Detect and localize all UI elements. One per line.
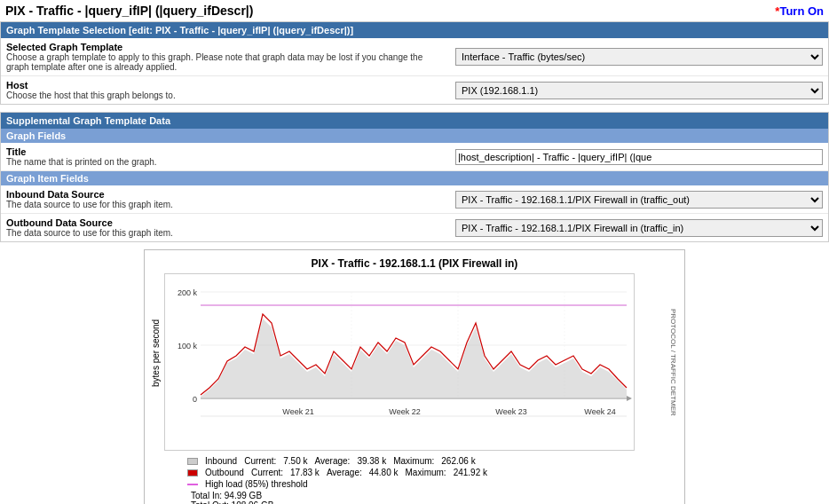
outbound-ds-select[interactable]: PIX - Traffic - 192.168.1.1/PIX Firewall…	[455, 219, 823, 237]
totals: Total In: 94.99 GB Total Out: 108.06 GB	[152, 491, 677, 504]
svg-marker-8	[627, 396, 632, 401]
inbound-maximum-value: 262.06 k	[441, 456, 475, 466]
outbound-ds-desc: The data source to use for this graph it…	[6, 228, 446, 238]
host-desc: Choose the host that this graph belongs …	[6, 91, 446, 100]
selected-graph-template-control[interactable]: Interface - Traffic (bytes/sec)	[455, 48, 823, 66]
inbound-legend-label: Inbound	[205, 456, 237, 466]
graph-svg: 200 k 100 k 0 Week 21 Week 22 Week 23 We…	[164, 273, 635, 451]
graph-svg-wrapper: 200 k 100 k 0 Week 21 Week 22 Week 23 We…	[164, 273, 666, 451]
total-in: Total In: 94.99 GB	[191, 491, 677, 500]
title-field-desc: The name that is printed on the graph.	[6, 157, 446, 167]
selected-graph-template-row: Selected Graph Template Choose a graph t…	[1, 38, 828, 76]
title-field-control[interactable]	[455, 149, 823, 165]
outbound-ds-row: Outbound Data Source The data source to …	[1, 214, 828, 241]
title-input[interactable]	[455, 149, 823, 165]
graph-template-section: Graph Template Selection [edit: PIX - Tr…	[0, 21, 829, 105]
title-row: Title The name that is printed on the gr…	[1, 143, 828, 171]
outbound-legend-row: Outbound Current: 17.83 k Average: 44.80…	[187, 468, 677, 477]
supplemental-section-header: Supplemental Graph Template Data	[1, 113, 828, 129]
host-select[interactable]: PIX (192.168.1.1)	[455, 82, 823, 99]
selected-graph-template-label-group: Selected Graph Template Choose a graph t…	[6, 42, 455, 72]
outbound-average-label: Average:	[327, 468, 362, 477]
threshold-legend-label: High load (85%) threshold	[205, 479, 308, 489]
outbound-average-value: 44.80 k	[369, 468, 399, 477]
inbound-average-value: 39.38 k	[357, 456, 386, 466]
page-title: PIX - Traffic - |query_ifIP| (|query_ifD…	[5, 4, 253, 18]
graph-item-fields-header: Graph Item Fields	[1, 171, 828, 185]
supplemental-section: Supplemental Graph Template Data Graph F…	[0, 112, 829, 242]
threshold-legend-line	[187, 484, 198, 485]
outbound-ds-label-group: Outbound Data Source The data source to …	[6, 217, 455, 238]
inbound-average-label: Average:	[315, 456, 351, 466]
title-field-title: Title	[6, 146, 446, 157]
graph-title: PIX - Traffic - 192.168.1.1 (PIX Firewal…	[152, 257, 677, 270]
title-label-group: Title The name that is printed on the gr…	[6, 146, 455, 167]
svg-text:0: 0	[193, 395, 197, 404]
total-out: Total Out: 108.06 GB	[191, 500, 677, 504]
inbound-ds-label-group: Inbound Data Source The data source to u…	[6, 189, 455, 209]
page-header: PIX - Traffic - |query_ifIP| (|query_ifD…	[0, 0, 829, 21]
inbound-legend-row: Inbound Current: 7.50 k Average: 39.38 k…	[187, 456, 677, 466]
inbound-legend-box	[187, 458, 198, 465]
y-axis-label: bytes per second	[152, 273, 161, 451]
graph-panel: PIX - Traffic - 192.168.1.1 (PIX Firewal…	[144, 249, 685, 504]
graph-legend: Inbound Current: 7.50 k Average: 39.38 k…	[152, 456, 677, 489]
inbound-ds-desc: The data source to use for this graph it…	[6, 200, 446, 209]
selected-graph-template-desc: Choose a graph template to apply to this…	[6, 52, 446, 72]
outbound-ds-control[interactable]: PIX - Traffic - 192.168.1.1/PIX Firewall…	[455, 219, 823, 237]
svg-text:100 k: 100 k	[178, 342, 198, 350]
svg-text:Week 22: Week 22	[389, 407, 420, 416]
inbound-current-value: 7.50 k	[283, 456, 307, 466]
svg-text:Week 24: Week 24	[584, 407, 615, 416]
selected-graph-template-title: Selected Graph Template	[6, 42, 446, 52]
host-label-group: Host Choose the host that this graph bel…	[6, 80, 455, 100]
turn-on-link[interactable]: *Turn On	[775, 4, 824, 18]
inbound-current-label: Current:	[244, 456, 276, 466]
host-control[interactable]: PIX (192.168.1.1)	[455, 82, 823, 99]
inbound-ds-control[interactable]: PIX - Traffic - 192.168.1.1/PIX Firewall…	[455, 191, 823, 209]
outbound-maximum-label: Maximum:	[406, 468, 446, 477]
svg-text:Week 23: Week 23	[495, 407, 526, 416]
outbound-current-label: Current:	[251, 468, 283, 477]
graph-template-select[interactable]: Interface - Traffic (bytes/sec)	[455, 48, 823, 66]
outbound-legend-box	[187, 469, 198, 476]
inbound-ds-title: Inbound Data Source	[6, 189, 446, 200]
inbound-ds-row: Inbound Data Source The data source to u…	[1, 185, 828, 214]
outbound-ds-title: Outbound Data Source	[6, 217, 446, 228]
inbound-ds-select[interactable]: PIX - Traffic - 192.168.1.1/PIX Firewall…	[455, 191, 823, 209]
graph-outer: PIX - Traffic - 192.168.1.1 (PIX Firewal…	[0, 249, 829, 504]
protocol-label: PROTOCOL / TRAFFIC DETMER	[669, 273, 677, 451]
outbound-current-value: 17.83 k	[290, 468, 320, 477]
outbound-maximum-value: 241.92 k	[454, 468, 487, 477]
host-title: Host	[6, 80, 446, 91]
outbound-legend-label: Outbound	[205, 468, 244, 477]
svg-text:Week 21: Week 21	[282, 407, 313, 416]
svg-text:200 k: 200 k	[178, 288, 198, 297]
graph-template-section-header: Graph Template Selection [edit: PIX - Tr…	[1, 22, 828, 38]
graph-fields-header: Graph Fields	[1, 129, 828, 143]
host-row: Host Choose the host that this graph bel…	[1, 76, 828, 104]
inbound-maximum-label: Maximum:	[393, 456, 434, 466]
threshold-legend-row: High load (85%) threshold	[187, 479, 677, 489]
